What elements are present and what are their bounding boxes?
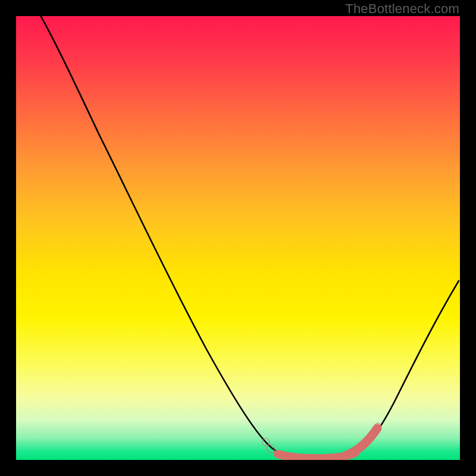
watermark-text: TheBottleneck.com bbox=[345, 1, 459, 17]
chart-frame: TheBottleneck.com bbox=[0, 0, 476, 476]
chart-plot-area bbox=[16, 16, 460, 460]
highlight-overlay bbox=[262, 423, 381, 458]
bottleneck-curve bbox=[34, 16, 459, 459]
chart-svg bbox=[16, 16, 460, 460]
